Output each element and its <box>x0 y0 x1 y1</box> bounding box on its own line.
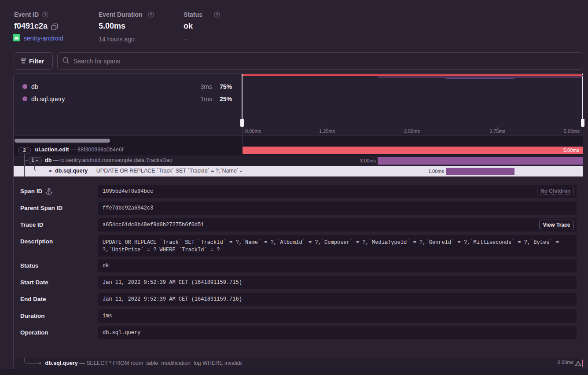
svg-text:?: ? <box>216 12 218 17</box>
svg-text:?: ? <box>44 12 47 17</box>
svg-text:?: ? <box>150 12 152 17</box>
